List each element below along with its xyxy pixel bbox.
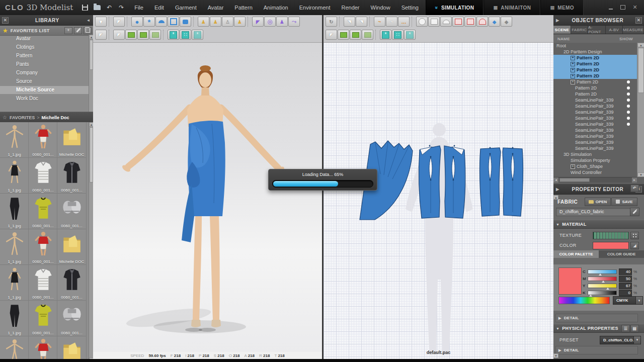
tree-item[interactable]: Wind Controller: [553, 169, 637, 175]
expand-icon[interactable]: +: [571, 74, 575, 78]
collapse-triangle-icon[interactable]: ▼: [556, 327, 559, 330]
tree-item[interactable]: SeamLinePair_339: [553, 115, 637, 121]
panel-collapse-icon[interactable]: ◄: [87, 18, 91, 23]
visibility-dot-icon[interactable]: [627, 105, 630, 108]
minimize-icon[interactable]: [607, 4, 615, 11]
avatar-box-icon[interactable]: [168, 17, 179, 27]
magenta-slider[interactable]: [588, 277, 617, 281]
thumbnail-white-polo[interactable]: 0060_001...: [29, 265, 57, 301]
thumbnail-black-dress[interactable]: 1_1.jpg: [0, 265, 29, 301]
pin-avatar-icon[interactable]: ♟: [276, 17, 288, 27]
pattern-2d-view[interactable]: default.pac: [324, 42, 553, 359]
tab-a-bv[interactable]: A-BV: [606, 26, 623, 34]
open-folder-icon[interactable]: [93, 4, 101, 11]
tree-item[interactable]: +Pattern 2D: [553, 55, 637, 61]
grade-diamond-icon[interactable]: ◆: [489, 17, 500, 27]
open-button[interactable]: OPEN: [585, 198, 611, 206]
panel-pin-icon[interactable]: ▶: [556, 18, 559, 23]
avatar-sit-icon[interactable]: ♟: [234, 17, 246, 27]
visibility-dot-icon[interactable]: [627, 86, 630, 89]
snap-select-icon[interactable]: *: [168, 30, 179, 40]
thumbnail-folder[interactable]: Michelle DOC: [57, 122, 86, 158]
cyan-slider[interactable]: [588, 269, 617, 274]
tree-item[interactable]: Simulation Property: [553, 157, 637, 163]
thumbnail-football-player[interactable]: 0060_001...: [29, 336, 57, 362]
thumbnail-yellow-shirt[interactable]: 0060_001...: [29, 301, 57, 336]
thumbnail-yellow-shirt[interactable]: 0060_001...: [29, 194, 57, 229]
thumbnail-folder[interactable]: Michelle DOC: [57, 229, 86, 265]
collapse-triangle-icon[interactable]: ▼: [556, 223, 559, 226]
simulate-icon[interactable]: ●: [131, 17, 143, 27]
thumbnail-football-player[interactable]: 0060_001...: [29, 229, 57, 265]
tab-color-palette[interactable]: COLOR PALETTE: [553, 250, 599, 258]
scroll-left-icon[interactable]: ◄: [553, 177, 558, 183]
yellow-slider[interactable]: [588, 284, 617, 288]
current-color-swatch[interactable]: [558, 267, 582, 295]
simulate-freeze-icon[interactable]: *: [143, 17, 155, 27]
thumbnail-avatar-figure[interactable]: 1_1.jpg: [0, 336, 29, 362]
menu-pattern[interactable]: Pattern: [234, 5, 252, 11]
dart-dome-icon[interactable]: [476, 17, 488, 27]
color-mode-dropdown[interactable]: CMYK ▼: [613, 296, 643, 305]
simulation-mode-button[interactable]: » SIMULATION: [426, 0, 484, 15]
edit-fabric-button[interactable]: [630, 208, 639, 216]
select-place-icon[interactable]: ◤: [113, 17, 125, 27]
thumbnail-white-polo[interactable]: 0060_001...: [29, 158, 57, 194]
avatar-3d-view[interactable]: [93, 42, 322, 352]
tab-measure[interactable]: MEASURE: [623, 26, 644, 34]
list-icon[interactable]: ☰: [621, 325, 630, 332]
save-preset-icon[interactable]: ▤: [630, 325, 639, 332]
library-item-pattern[interactable]: Pattern: [0, 52, 89, 60]
tree-item[interactable]: SeamLinePair_339: [553, 97, 637, 103]
redo-icon[interactable]: ↷: [117, 4, 125, 11]
shape-rect-icon[interactable]: [428, 17, 440, 27]
cloth-show-icon[interactable]: [180, 17, 191, 27]
undo-icon[interactable]: ↶: [105, 4, 113, 11]
spectrum-bar[interactable]: [558, 297, 610, 304]
thumbnail-avatar-figure[interactable]: 1_1.jpg: [0, 229, 29, 265]
scroll-up-icon[interactable]: ▲: [637, 43, 644, 47]
fabric-name-field[interactable]: D_chiffon_CLO_fabric: [556, 208, 631, 216]
menu-render[interactable]: Render: [341, 5, 359, 11]
menu-file[interactable]: File: [134, 5, 143, 11]
panel-close-icon[interactable]: ✕: [2, 17, 9, 24]
library-item-michelle-source[interactable]: Michelle Source: [0, 86, 89, 94]
shape-dome-icon[interactable]: [440, 17, 452, 27]
delete-favorite-button[interactable]: [84, 27, 92, 34]
avatar-half-icon[interactable]: [155, 17, 167, 27]
tree-item[interactable]: SeamLinePair_339: [553, 103, 637, 109]
visibility-dot-icon[interactable]: [627, 80, 630, 83]
black-slider[interactable]: [588, 291, 617, 295]
reset-material-icon[interactable]: ↶: [630, 185, 639, 192]
library-item-work-doc[interactable]: Work Doc: [0, 95, 89, 103]
add-curve-icon[interactable]: ~: [386, 17, 397, 27]
menu-animation[interactable]: Animation: [264, 5, 288, 11]
library-item-pants[interactable]: Pants: [0, 60, 89, 68]
pin-select-icon[interactable]: ◤: [252, 17, 264, 27]
thumbnail-folder[interactable]: Michelle DOC: [57, 336, 86, 362]
expand-icon[interactable]: +: [571, 62, 575, 66]
library-item-clotings[interactable]: Clotings: [0, 43, 89, 51]
tree-item[interactable]: 3D Simulation: [553, 151, 637, 157]
expand-icon[interactable]: +: [571, 56, 575, 60]
thumbnail-black-pants[interactable]: 1_1.jpg: [0, 194, 29, 229]
menu-garment[interactable]: Garment: [175, 5, 197, 11]
tree-item[interactable]: +Pattern 2D: [553, 79, 637, 85]
panel-close-icon[interactable]: ✕: [635, 17, 642, 24]
tree-item[interactable]: 2D Parttern Design: [553, 49, 637, 55]
thumbnail-avatar-figure[interactable]: 1_1.jpg: [0, 122, 29, 158]
close-icon[interactable]: ✕: [631, 4, 639, 11]
edit-favorite-button[interactable]: [74, 27, 82, 34]
tab-scene[interactable]: SCENE: [553, 26, 571, 34]
library-item-source[interactable]: Source: [0, 77, 89, 85]
avatar-run-icon[interactable]: ♟: [198, 17, 209, 27]
tree-item[interactable]: SeamLinePair_339: [553, 121, 637, 127]
transform-tool2-icon[interactable]: ◥: [356, 17, 367, 27]
memo-mode-button[interactable]: ▤ MEMO: [540, 0, 584, 15]
scroll-right-icon[interactable]: ►: [632, 177, 637, 183]
transform-tool-icon[interactable]: ◥: [344, 17, 355, 27]
dart-rect2-icon[interactable]: [464, 17, 476, 27]
dart-rect-icon[interactable]: [452, 17, 464, 27]
snap-grid-icon[interactable]: ∷: [392, 30, 404, 40]
tab-a-point[interactable]: A-POINT: [588, 26, 606, 34]
